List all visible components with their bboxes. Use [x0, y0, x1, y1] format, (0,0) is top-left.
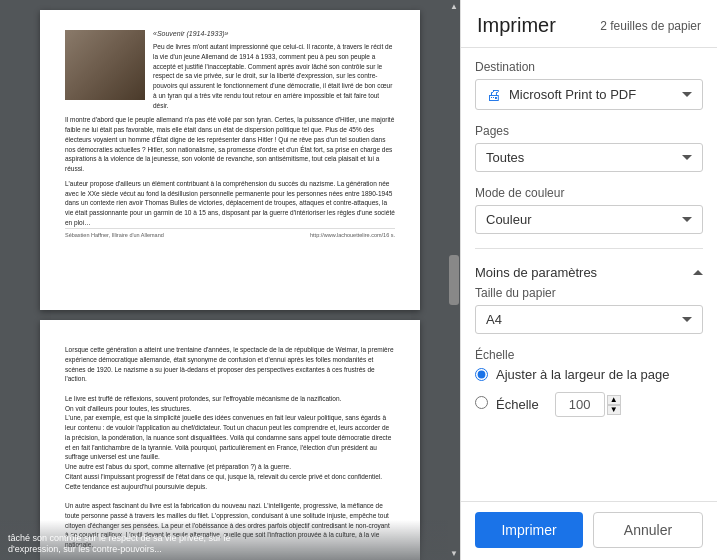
doc-title: «Souvenir (1914-1933)» — [153, 30, 395, 37]
cancel-button[interactable]: Annuler — [593, 512, 703, 548]
destination-chevron-icon — [682, 92, 692, 97]
color-mode-dropdown[interactable]: Couleur — [475, 205, 703, 234]
destination-dropdown[interactable]: 🖨 Microsoft Print to PDF — [475, 79, 703, 110]
pages-label: Pages — [475, 124, 703, 138]
document-preview: «Souvenir (1914-1933)» Peu de livres m'o… — [0, 0, 460, 560]
pages-dropdown[interactable]: Toutes — [475, 143, 703, 172]
paper-size-value: A4 — [486, 312, 502, 327]
scale-decrement-button[interactable]: ▼ — [607, 405, 621, 415]
print-settings-panel: Imprimer 2 feuilles de papier Destinatio… — [460, 0, 717, 560]
pages-chevron-icon — [682, 155, 692, 160]
print-header: Imprimer 2 feuilles de papier — [461, 0, 717, 48]
doc-paragraph-3: L'auteur propose d'ailleurs un élément c… — [65, 179, 395, 228]
scale-input[interactable] — [555, 392, 605, 417]
paper-size-section: Taille du papier A4 — [475, 286, 703, 334]
print-sheets-count: 2 feuilles de papier — [600, 19, 701, 33]
footer-buttons: Imprimer Annuler — [461, 501, 717, 560]
scale-label: Échelle — [475, 348, 703, 362]
settings-divider — [475, 248, 703, 249]
doc-url-bar: Sébastien Haffner, Illiraire d'un Allema… — [65, 228, 395, 238]
more-settings-label: Moins de paramètres — [475, 265, 597, 280]
settings-body: Destination 🖨 Microsoft Print to PDF Pag… — [461, 48, 717, 501]
paper-size-label: Taille du papier — [475, 286, 703, 300]
scale-input-wrapper: ▲ ▼ — [555, 392, 621, 417]
destination-label: Destination — [475, 60, 703, 74]
paper-size-chevron-icon — [682, 317, 692, 322]
scale-section: Échelle Ajuster à la largeur de la page … — [475, 348, 703, 417]
destination-value: Microsoft Print to PDF — [509, 87, 636, 102]
scroll-thumb[interactable] — [449, 255, 459, 305]
color-mode-chevron-icon — [682, 217, 692, 222]
doc-url-right: http://www.lachouettelire.com/16 s. — [310, 232, 395, 238]
doc-url-left: Sébastien Haffner, Illiraire d'un Allema… — [65, 232, 164, 238]
printer-icon: 🖨 — [486, 86, 501, 103]
scale-custom-row: Échelle ▲ ▼ — [496, 392, 621, 417]
more-settings-chevron-icon — [693, 270, 703, 275]
color-mode-section: Mode de couleur Couleur — [475, 186, 703, 234]
book-cover-image — [65, 30, 145, 100]
scroll-down-button[interactable]: ▼ — [450, 549, 458, 558]
scale-option1-radio[interactable] — [475, 368, 488, 381]
doc-page2-content: Lorsque cette génération a atteint une t… — [65, 345, 395, 560]
scale-option2-row: Échelle ▲ ▼ — [475, 388, 703, 417]
pages-value: Toutes — [486, 150, 524, 165]
scale-option1-row: Ajuster à la largeur de la page — [475, 367, 703, 382]
scale-option2-radio[interactable] — [475, 396, 488, 409]
paper-size-dropdown[interactable]: A4 — [475, 305, 703, 334]
scale-option1-label: Ajuster à la largeur de la page — [496, 367, 669, 382]
scale-spinner: ▲ ▼ — [607, 395, 621, 415]
destination-section: Destination 🖨 Microsoft Print to PDF — [475, 60, 703, 110]
destination-dropdown-inner: 🖨 Microsoft Print to PDF — [486, 86, 678, 103]
print-title: Imprimer — [477, 14, 556, 37]
print-button[interactable]: Imprimer — [475, 512, 583, 548]
scale-increment-button[interactable]: ▲ — [607, 395, 621, 405]
scale-option2-label: Échelle — [496, 397, 539, 412]
doc-paragraph-1: Peu de livres m'ont autant impressionné … — [153, 42, 395, 110]
scroll-up-button[interactable]: ▲ — [450, 2, 458, 11]
color-mode-value: Couleur — [486, 212, 532, 227]
doc-page-1: «Souvenir (1914-1933)» Peu de livres m'o… — [40, 10, 420, 310]
color-mode-label: Mode de couleur — [475, 186, 703, 200]
doc-paragraph-2: Il montre d'abord que le peuple allemand… — [65, 115, 395, 174]
pages-section: Pages Toutes — [475, 124, 703, 172]
more-settings-toggle[interactable]: Moins de paramètres — [475, 259, 703, 286]
doc-page-2: Lorsque cette génération a atteint une t… — [40, 320, 420, 560]
